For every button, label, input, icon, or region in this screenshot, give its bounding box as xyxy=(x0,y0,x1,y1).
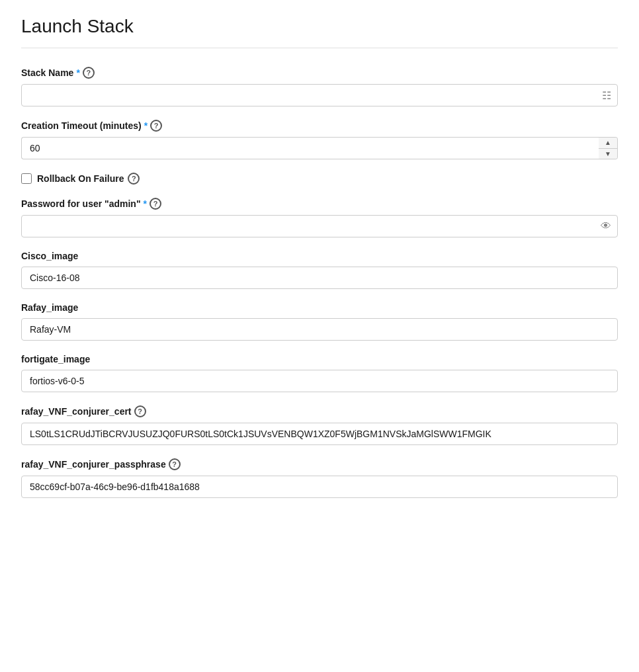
title-divider xyxy=(21,48,618,48)
spinner-up-button[interactable]: ▲ xyxy=(599,138,617,149)
creation-timeout-label-text: Creation Timeout (minutes) xyxy=(21,120,142,131)
rafay-image-input[interactable] xyxy=(21,318,618,341)
fortigate-image-label: fortigate_image xyxy=(21,354,618,364)
fortigate-image-input[interactable] xyxy=(21,370,618,392)
rafay-vnf-cert-group: rafay_VNF_conjurer_cert ? xyxy=(21,405,618,445)
password-label: Password for user "admin" * ? xyxy=(21,198,618,210)
rollback-on-failure-group: Rollback On Failure ? xyxy=(21,173,618,185)
password-eye-icon[interactable]: 👁 xyxy=(601,220,611,232)
stack-name-input-wrapper: ☷ xyxy=(21,84,618,106)
password-group: Password for user "admin" * ? 👁 xyxy=(21,198,618,237)
rafay-vnf-passphrase-label: rafay_VNF_conjurer_passphrase ? xyxy=(21,458,618,470)
password-input[interactable] xyxy=(21,215,618,237)
creation-timeout-input-wrapper: ▲ ▼ xyxy=(21,137,618,159)
rollback-on-failure-label-text: Rollback On Failure xyxy=(37,173,124,184)
spinner-buttons: ▲ ▼ xyxy=(599,137,618,159)
rafay-image-label-text: Rafay_image xyxy=(21,302,78,313)
rafay-image-group: Rafay_image xyxy=(21,302,618,341)
rafay-vnf-cert-input[interactable] xyxy=(21,423,618,445)
stack-name-label-text: Stack Name xyxy=(21,67,73,78)
fortigate-image-label-text: fortigate_image xyxy=(21,354,90,364)
rollback-on-failure-help-icon[interactable]: ? xyxy=(128,173,140,185)
rafay-vnf-passphrase-group: rafay_VNF_conjurer_passphrase ? xyxy=(21,458,618,498)
rafay-image-label: Rafay_image xyxy=(21,302,618,313)
stack-name-label: Stack Name * ? xyxy=(21,67,618,79)
creation-timeout-required: * xyxy=(144,120,148,131)
stack-name-help-icon[interactable]: ? xyxy=(83,67,95,79)
stack-name-list-icon[interactable]: ☷ xyxy=(602,89,611,102)
page-title: Launch Stack xyxy=(21,16,618,37)
spinner-down-button[interactable]: ▼ xyxy=(599,149,617,159)
cisco-image-group: Cisco_image xyxy=(21,251,618,289)
rafay-vnf-passphrase-input[interactable] xyxy=(21,476,618,498)
password-label-text: Password for user "admin" xyxy=(21,198,141,209)
stack-name-group: Stack Name * ? ☷ xyxy=(21,67,618,106)
creation-timeout-help-icon[interactable]: ? xyxy=(150,120,162,132)
rollback-on-failure-checkbox[interactable] xyxy=(21,173,32,184)
cisco-image-label-text: Cisco_image xyxy=(21,251,78,261)
stack-name-required: * xyxy=(76,67,79,78)
rollback-on-failure-label: Rollback On Failure ? xyxy=(37,173,140,185)
cisco-image-label: Cisco_image xyxy=(21,251,618,261)
creation-timeout-input[interactable] xyxy=(21,137,599,159)
rafay-vnf-cert-label: rafay_VNF_conjurer_cert ? xyxy=(21,405,618,417)
password-help-icon[interactable]: ? xyxy=(149,198,161,210)
password-required: * xyxy=(144,198,147,209)
rafay-vnf-cert-help-icon[interactable]: ? xyxy=(134,405,146,417)
creation-timeout-group: Creation Timeout (minutes) * ? ▲ ▼ xyxy=(21,120,618,159)
rafay-vnf-passphrase-help-icon[interactable]: ? xyxy=(169,458,181,470)
creation-timeout-label: Creation Timeout (minutes) * ? xyxy=(21,120,618,132)
rafay-vnf-cert-label-text: rafay_VNF_conjurer_cert xyxy=(21,406,132,417)
stack-name-input[interactable] xyxy=(21,84,618,106)
rafay-vnf-passphrase-label-text: rafay_VNF_conjurer_passphrase xyxy=(21,459,166,470)
password-input-wrapper: 👁 xyxy=(21,215,618,237)
fortigate-image-group: fortigate_image xyxy=(21,354,618,392)
cisco-image-input[interactable] xyxy=(21,267,618,289)
